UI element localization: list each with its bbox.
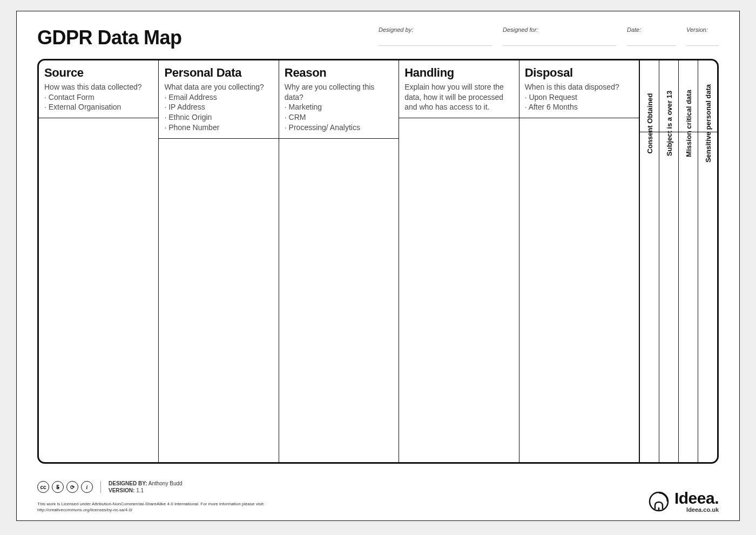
example-item: IP Address <box>164 102 273 112</box>
divider <box>100 481 101 493</box>
col-header: Handling Explain how you will store the … <box>399 60 518 118</box>
license-line-2: http://creativecommons.org/licenses/by-n… <box>37 507 265 513</box>
check-label: Subject is a over 13 <box>665 91 673 156</box>
nc-icon: $ <box>52 481 64 493</box>
footer-credits: DESIGNED BY: Anthony Budd VERSION: 1.1 <box>109 480 183 494</box>
check-label: Sensitive personal data <box>704 84 712 162</box>
col-title: Personal Data <box>164 65 273 81</box>
version-label: VERSION: <box>109 487 134 493</box>
check-col-mission-critical: Mission critical data <box>678 60 698 462</box>
checkbox-columns: Consent Obtained Subject is a over 13 Mi… <box>639 60 717 462</box>
col-personal-data: Personal Data What data are you collecti… <box>159 60 279 462</box>
meta-label: Version: <box>686 26 719 33</box>
meta-date: Date: <box>627 26 676 46</box>
check-header: Consent Obtained <box>640 60 659 132</box>
col-title: Source <box>44 65 153 81</box>
check-body[interactable] <box>659 132 678 462</box>
example-item: Marketing <box>285 102 393 112</box>
check-col-over-13: Subject is a over 13 <box>659 60 678 462</box>
col-header: Source How was this data collected? Cont… <box>39 60 158 118</box>
meta-version: Version: <box>686 26 719 46</box>
col-examples: Contact Form External Organisation <box>44 92 153 113</box>
col-body[interactable] <box>279 139 399 462</box>
example-item: Email Address <box>164 92 273 103</box>
check-label: Consent Obtained <box>645 93 653 154</box>
col-subtitle: When is this data disposed? <box>525 82 633 92</box>
page-title: GDPR Data Map <box>37 26 368 49</box>
meta-designed-by-field[interactable] <box>379 34 492 46</box>
example-item: Upon Request <box>525 92 633 103</box>
meta-designed-for-field[interactable] <box>503 34 616 46</box>
sa-icon: ⟳ <box>66 481 78 493</box>
check-label: Mission critical data <box>684 90 692 157</box>
by-icon: i <box>81 481 93 493</box>
license-text: This work is Licensed under Attribution-… <box>37 502 265 513</box>
col-examples: Upon Request After 6 Months <box>525 92 633 113</box>
col-handling: Handling Explain how you will store the … <box>399 60 519 462</box>
check-body[interactable] <box>679 132 698 462</box>
col-title: Handling <box>404 65 513 81</box>
col-reason: Reason Why are you collecting this data?… <box>279 60 399 462</box>
meta-date-field[interactable] <box>627 34 676 46</box>
col-disposal: Disposal When is this data disposed? Upo… <box>519 60 639 462</box>
col-title: Disposal <box>525 65 633 81</box>
example-item: Phone Number <box>164 123 273 133</box>
check-col-consent: Consent Obtained <box>639 60 659 462</box>
col-body[interactable] <box>39 118 158 462</box>
brand: Ideea. Ideea.co.uk <box>649 490 719 513</box>
gdpr-data-map-template: GDPR Data Map Designed by: Designed for:… <box>16 11 740 521</box>
example-item: After 6 Months <box>525 102 633 112</box>
cc-license-icons: cc $ ⟳ i <box>37 481 93 493</box>
col-body[interactable] <box>519 118 639 462</box>
cc-icon: cc <box>37 481 49 493</box>
designed-by-value: Anthony Budd <box>148 480 183 486</box>
meta-version-field[interactable] <box>686 34 719 46</box>
brand-logo-icon <box>649 491 669 512</box>
check-header: Subject is a over 13 <box>659 60 678 132</box>
version-value: 1.1 <box>136 487 144 493</box>
meta-label: Designed by: <box>379 26 492 33</box>
meta-label: Date: <box>627 26 676 33</box>
check-header: Mission critical data <box>679 60 698 132</box>
brand-name: Ideea. <box>674 490 719 506</box>
designed-by-label: DESIGNED BY: <box>109 480 147 486</box>
example-item: Processing/ Analytics <box>285 123 393 133</box>
header-bar: GDPR Data Map Designed by: Designed for:… <box>37 26 719 49</box>
col-header: Disposal When is this data disposed? Upo… <box>519 60 639 118</box>
col-subtitle: How was this data collected? <box>44 82 153 92</box>
col-examples: Email Address IP Address Ethnic Origin P… <box>164 92 273 133</box>
meta-designed-by: Designed by: <box>379 26 492 46</box>
example-item: Contact Form <box>44 92 153 103</box>
example-item: External Organisation <box>44 102 153 112</box>
check-header: Sensitive personal data <box>698 60 717 132</box>
footer-left: cc $ ⟳ i DESIGNED BY: Anthony Budd VERSI… <box>37 480 265 513</box>
check-body[interactable] <box>640 132 659 462</box>
col-header: Personal Data What data are you collecti… <box>159 60 278 139</box>
check-col-sensitive: Sensitive personal data <box>698 60 717 462</box>
col-body[interactable] <box>399 118 518 462</box>
example-item: CRM <box>285 112 393 123</box>
col-source: Source How was this data collected? Cont… <box>39 60 159 462</box>
cc-row: cc $ ⟳ i DESIGNED BY: Anthony Budd VERSI… <box>37 480 183 494</box>
brand-text: Ideea. Ideea.co.uk <box>674 490 719 513</box>
data-map-canvas: Source How was this data collected? Cont… <box>37 59 719 464</box>
col-subtitle: What data are you collecting? <box>164 82 273 92</box>
brand-url: Ideea.co.uk <box>686 506 719 513</box>
meta-designed-for: Designed for: <box>503 26 616 46</box>
col-title: Reason <box>285 65 393 81</box>
example-item: Ethnic Origin <box>164 112 273 123</box>
col-subtitle: Why are you collecting this data? <box>285 82 393 103</box>
check-body[interactable] <box>698 132 717 462</box>
col-header: Reason Why are you collecting this data?… <box>279 60 399 139</box>
footer: cc $ ⟳ i DESIGNED BY: Anthony Budd VERSI… <box>37 480 719 513</box>
col-body[interactable] <box>159 139 278 462</box>
license-line-1: This work is Licensed under Attribution-… <box>37 502 265 507</box>
col-subtitle: Explain how you will store the data, how… <box>404 82 513 113</box>
meta-label: Designed for: <box>503 26 616 33</box>
col-examples: Marketing CRM Processing/ Analytics <box>285 102 393 133</box>
